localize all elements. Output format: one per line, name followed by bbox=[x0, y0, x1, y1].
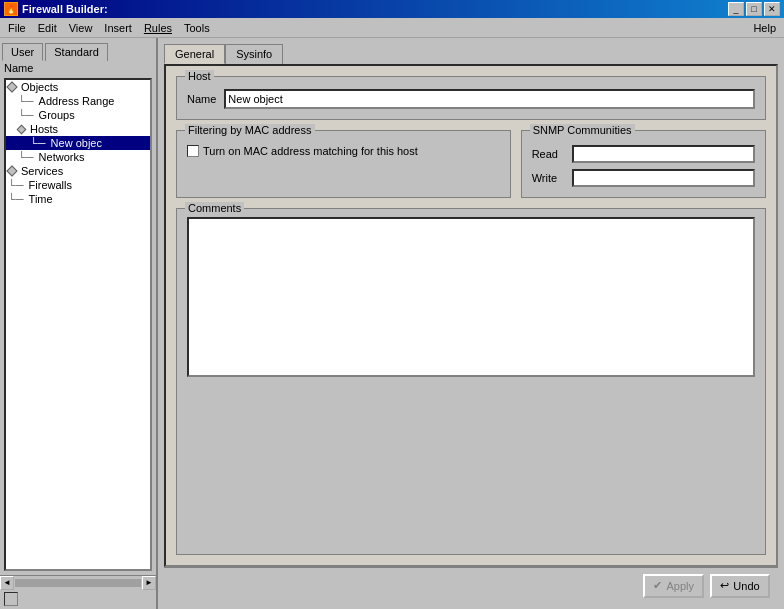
maximize-button[interactable]: □ bbox=[746, 2, 762, 16]
tab-sysinfo[interactable]: Sysinfo bbox=[225, 44, 283, 64]
right-panel: General Sysinfo Host Name Filtering by M… bbox=[158, 38, 784, 609]
left-panel: User Standard Name Objects └─ Address Ra… bbox=[0, 38, 158, 609]
close-button[interactable]: ✕ bbox=[764, 2, 780, 16]
comments-label: Comments bbox=[185, 202, 244, 214]
scroll-track[interactable] bbox=[15, 579, 141, 587]
tree-container[interactable]: Objects └─ Address Range └─ Groups Hosts… bbox=[4, 78, 152, 571]
left-status-icon bbox=[4, 592, 18, 606]
bottom-bar: ✔ Apply ↩ Undo bbox=[164, 567, 778, 603]
tree-item-groups[interactable]: └─ Groups bbox=[6, 108, 150, 122]
mac-checkbox-row: Turn on MAC address matching for this ho… bbox=[187, 145, 500, 157]
undo-button[interactable]: ↩ Undo bbox=[710, 574, 770, 598]
host-section-label: Host bbox=[185, 70, 214, 82]
tree-item-new-object[interactable]: └─ New objec bbox=[6, 136, 150, 150]
main-container: User Standard Name Objects └─ Address Ra… bbox=[0, 38, 784, 609]
undo-label: Undo bbox=[733, 580, 759, 592]
mac-checkbox[interactable] bbox=[187, 145, 199, 157]
minimize-button[interactable]: _ bbox=[728, 2, 744, 16]
tree-item-time[interactable]: └─ Time bbox=[6, 192, 150, 206]
scroll-right-button[interactable]: ► bbox=[142, 576, 156, 590]
mac-section: Filtering by MAC address Turn on MAC add… bbox=[176, 130, 511, 198]
tree-item-hosts[interactable]: Hosts bbox=[6, 122, 150, 136]
apply-label: Apply bbox=[666, 580, 694, 592]
menu-rules[interactable]: Rules bbox=[138, 20, 178, 36]
snmp-read-input[interactable] bbox=[572, 145, 755, 163]
tree-item-objects[interactable]: Objects bbox=[6, 80, 150, 94]
apply-button[interactable]: ✔ Apply bbox=[643, 574, 704, 598]
left-scrollbar: ◄ ► bbox=[0, 575, 156, 589]
menu-bar: File Edit View Insert Rules Tools Help bbox=[0, 18, 784, 38]
title-bar: 🔥 Firewall Builder: _ □ ✕ bbox=[0, 0, 784, 18]
menu-help[interactable]: Help bbox=[747, 20, 782, 36]
undo-arrow-icon: ↩ bbox=[720, 579, 729, 592]
snmp-section: SNMP Communities Read Write bbox=[521, 130, 766, 198]
tree-item-address-range[interactable]: └─ Address Range bbox=[6, 94, 150, 108]
mac-snmp-row: Filtering by MAC address Turn on MAC add… bbox=[176, 130, 766, 198]
app-icon: 🔥 bbox=[4, 2, 18, 16]
left-tab-bar: User Standard bbox=[0, 38, 156, 60]
menu-view[interactable]: View bbox=[63, 20, 99, 36]
name-input[interactable] bbox=[224, 89, 755, 109]
snmp-write-label: Write bbox=[532, 172, 568, 184]
comments-section: Comments bbox=[176, 208, 766, 555]
mac-checkbox-label: Turn on MAC address matching for this ho… bbox=[203, 145, 418, 157]
host-section: Host Name bbox=[176, 76, 766, 120]
snmp-write-row: Write bbox=[532, 169, 755, 187]
menu-tools[interactable]: Tools bbox=[178, 20, 216, 36]
host-name-row: Name bbox=[187, 89, 755, 109]
tab-standard[interactable]: Standard bbox=[45, 43, 108, 61]
snmp-section-label: SNMP Communities bbox=[530, 124, 635, 136]
tree-header: Name bbox=[0, 60, 156, 76]
right-content: Host Name Filtering by MAC address Turn … bbox=[164, 64, 778, 567]
tab-user[interactable]: User bbox=[2, 43, 43, 61]
snmp-read-row: Read bbox=[532, 145, 755, 163]
mac-section-label: Filtering by MAC address bbox=[185, 124, 315, 136]
tab-general[interactable]: General bbox=[164, 44, 225, 64]
tree-item-networks[interactable]: └─ Networks bbox=[6, 150, 150, 164]
comments-textarea[interactable] bbox=[187, 217, 755, 377]
window-title: Firewall Builder: bbox=[22, 3, 108, 15]
right-tab-bar: General Sysinfo bbox=[164, 44, 778, 64]
snmp-write-input[interactable] bbox=[572, 169, 755, 187]
scroll-left-button[interactable]: ◄ bbox=[0, 576, 14, 590]
tree-item-services[interactable]: Services bbox=[6, 164, 150, 178]
snmp-read-label: Read bbox=[532, 148, 568, 160]
menu-file[interactable]: File bbox=[2, 20, 32, 36]
tree-item-firewalls[interactable]: └─ Firewalls bbox=[6, 178, 150, 192]
name-label: Name bbox=[187, 93, 216, 105]
menu-insert[interactable]: Insert bbox=[98, 20, 138, 36]
menu-edit[interactable]: Edit bbox=[32, 20, 63, 36]
left-bottom-bar bbox=[0, 589, 156, 609]
apply-checkmark-icon: ✔ bbox=[653, 579, 662, 592]
